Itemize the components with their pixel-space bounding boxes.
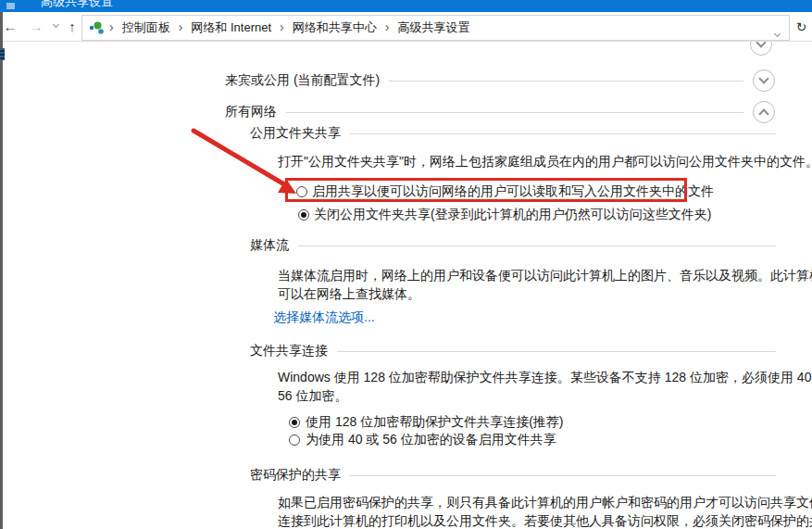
divider <box>350 475 776 476</box>
breadcrumb-separator: › <box>385 19 390 34</box>
section-media-streaming: 媒体流 <box>250 236 785 255</box>
breadcrumb-separator: › <box>109 19 114 34</box>
annotation-arrow <box>181 123 310 207</box>
recent-pages-dropdown-icon[interactable] <box>48 12 63 41</box>
file-sharing-description-line: Windows 使用 128 位加密帮助保护文件共享连接。某些设备不支持 128… <box>278 368 812 386</box>
divider <box>298 246 776 246</box>
refresh-button[interactable]: ↻ <box>791 12 812 41</box>
settings-content: 来宾或公用 (当前配置文件) 所有网络 公用文件夹共享 打开"公用文件夹共享"时… <box>3 42 812 529</box>
section-title: 密码保护的共享 <box>250 467 341 484</box>
section-file-sharing-connections: 文件共享连接 <box>250 342 785 360</box>
radio-label-128bit-encryption[interactable]: 使用 128 位加密帮助保护文件共享连接(推荐) <box>306 414 563 429</box>
section-password-protected-sharing: 密码保护的共享 <box>250 466 785 485</box>
chevron-down-icon <box>756 42 766 48</box>
radio-128bit-encryption[interactable] <box>289 417 300 428</box>
window-icon <box>6 3 15 9</box>
divider <box>337 351 776 352</box>
password-sharing-description-line: 连接到此计算机的打印机以及公用文件夹。若要使其他人具备访问权限，必须关闭密码保护… <box>278 511 812 529</box>
breadcrumb-network-sharing-center[interactable]: 网络和共享中心 <box>293 19 377 36</box>
expand-guest-public-button[interactable] <box>753 69 775 92</box>
radio-disable-public-folder-sharing[interactable] <box>298 209 309 220</box>
media-streaming-description-line: 当媒体流启用时，网络上的用户和设备便可以访问此计算机上的图片、音乐以及视频。此计… <box>278 266 812 284</box>
section-public-folder-sharing: 公用文件夹共享 <box>250 124 785 143</box>
window-titlebar[interactable]: 高级共享设置 <box>0 0 812 12</box>
network-icon <box>89 21 105 35</box>
chevron-down-icon <box>774 31 781 37</box>
profile-row-all-networks: 所有网络 <box>225 101 775 123</box>
choose-media-streaming-options-link[interactable]: 选择媒体流选项... <box>273 308 375 326</box>
divider <box>389 81 743 82</box>
media-streaming-description-line: 可以在网络上查找媒体。 <box>278 284 420 303</box>
section-toggle-partial[interactable] <box>750 42 772 56</box>
address-bar[interactable]: › 控制面板 › 网络和 Internet › 网络和共享中心 › 高级共享设置 <box>81 15 790 41</box>
public-folder-description: 打开"公用文件夹共享"时，网络上包括家庭组成员在内的用户都可以访问公用文件夹中的… <box>278 152 812 170</box>
breadcrumb-separator: › <box>179 19 183 34</box>
window-title: 高级共享设置 <box>41 0 113 10</box>
breadcrumb-network-and-internet[interactable]: 网络和 Internet <box>191 19 271 36</box>
password-sharing-description-line: 如果已启用密码保护的共享，则只有具备此计算机的用户帐户和密码的用户才可以访问共享… <box>278 493 812 511</box>
divider <box>350 133 776 134</box>
chevron-down-icon <box>52 21 58 28</box>
collapse-all-networks-button[interactable] <box>753 101 775 123</box>
radio-label-40-56bit-encryption[interactable]: 为使用 40 或 56 位加密的设备启用文件共享 <box>306 432 556 447</box>
breadcrumb-control-panel[interactable]: 控制面板 <box>122 19 170 36</box>
advanced-sharing-settings-window: 高级共享设置 ← → ↑ › 控制面板 › 网络和 Internet › 网络和… <box>0 0 812 529</box>
annotation-highlight-box <box>285 178 687 202</box>
background-window-edge <box>0 12 3 529</box>
profile-title: 所有网络 <box>225 104 277 120</box>
breadcrumb-separator: › <box>280 19 284 34</box>
profile-row-guest-public: 来宾或公用 (当前配置文件) <box>225 69 775 92</box>
file-sharing-description-line: 56 位加密。 <box>278 386 347 405</box>
back-button[interactable]: ← <box>0 12 20 41</box>
address-dropdown-icon[interactable] <box>775 23 780 40</box>
divider <box>286 112 743 113</box>
up-button[interactable]: ↑ <box>63 12 81 41</box>
breadcrumb-advanced-sharing[interactable]: 高级共享设置 <box>397 19 469 36</box>
section-title: 文件共享连接 <box>250 343 328 359</box>
chevron-down-icon <box>758 73 768 83</box>
radio-label-disable-public-folder-sharing[interactable]: 关闭公用文件夹共享(登录到此计算机的用户仍然可以访问这些文件夹) <box>314 207 711 221</box>
chevron-up-icon <box>758 108 768 119</box>
profile-title: 来宾或公用 (当前配置文件) <box>225 72 380 89</box>
background-window-icon <box>0 48 5 60</box>
forward-button[interactable]: → <box>26 12 46 41</box>
radio-40-56bit-encryption[interactable] <box>289 435 300 446</box>
section-title: 媒体流 <box>250 237 289 254</box>
navigation-toolbar: ← → ↑ › 控制面板 › 网络和 Internet › 网络和共享中心 › … <box>0 12 812 42</box>
